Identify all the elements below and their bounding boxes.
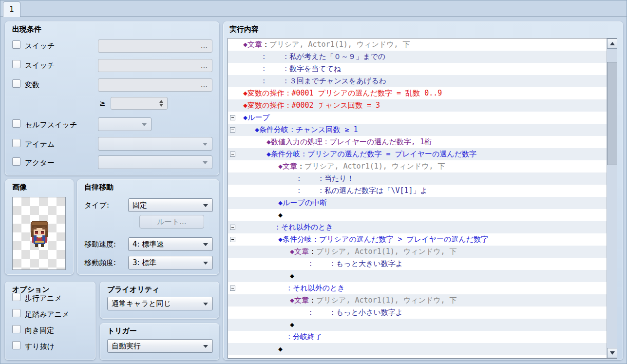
switch1-checkbox[interactable] <box>12 40 20 49</box>
event-command-row[interactable]: ◆変数の操作：#0002 チャンス回数 = 3 <box>228 99 607 112</box>
image-title: 画像 <box>12 183 27 192</box>
event-editor-dialog: 1 出現条件 スイッチ ... スイッチ ... 変数 ... ≥ セルフスイッ… <box>0 0 627 364</box>
movement-speed-dropdown[interactable]: 4: 標準速 <box>128 237 213 251</box>
command-text: ： ：数字を当ててね <box>260 64 341 73</box>
event-command-row[interactable]: ◆ループ <box>228 112 607 124</box>
movement-title: 自律移動 <box>84 183 114 192</box>
event-command-row[interactable]: ：それ以外のとき <box>228 221 607 233</box>
event-command-row[interactable]: ◆文章：プリシア, Actor1(1), ウィンドウ, 下 <box>228 294 607 307</box>
event-command-row[interactable]: ◆文章：プリシア, Actor1(1), ウィンドウ, 下 <box>228 38 607 51</box>
command-text: プリシア, Actor1(1), ウィンドウ, 下 <box>269 40 410 49</box>
event-command-row[interactable]: ：それ以外のとき <box>228 282 607 294</box>
scrollbar[interactable] <box>607 38 617 358</box>
collapse-box-icon[interactable] <box>230 237 235 242</box>
self-switch-dropdown[interactable] <box>98 117 152 131</box>
scrollbar-thumb[interactable] <box>607 62 617 165</box>
execution-title: 実行内容 <box>229 25 259 34</box>
collapse-box-icon[interactable] <box>230 225 235 230</box>
movement-type-label: タイプ: <box>84 201 109 210</box>
scroll-down-button[interactable] <box>607 348 617 358</box>
option-checkbox-0[interactable] <box>12 293 20 301</box>
item-checkbox[interactable] <box>12 139 20 147</box>
event-command-row[interactable]: ：分岐終了 <box>228 331 607 343</box>
event-command-row[interactable]: ： ：当たり！ <box>228 172 607 185</box>
event-command-row[interactable]: ◆条件分岐：プリシアの選んだ数字 = プレイヤーの選んだ数字 <box>228 148 607 160</box>
item-dropdown[interactable] <box>98 137 212 151</box>
option-checkbox-3[interactable] <box>12 341 20 349</box>
command-text: ◆ <box>290 320 294 329</box>
event-command-row[interactable] <box>228 355 607 359</box>
chevron-down-icon <box>203 345 208 348</box>
command-text: ： <box>309 247 316 256</box>
option-checkbox-1[interactable] <box>12 309 20 317</box>
command-text: ：それ以外のとき <box>274 223 333 231</box>
command-text: ◆ <box>290 271 294 280</box>
tab-page-1[interactable]: 1 <box>3 1 20 17</box>
event-command-row[interactable]: ： ：もっと小さい数字よ <box>228 307 607 319</box>
event-command-rows: ◆文章：プリシア, Actor1(1), ウィンドウ, 下： ：私が考えた「０～… <box>228 38 607 359</box>
arrow-down-icon <box>610 351 615 355</box>
switch1-browse[interactable]: ... <box>201 40 208 52</box>
self-switch-checkbox[interactable] <box>12 119 20 128</box>
priority-title: プライオリティ <box>107 285 159 294</box>
collapse-box-icon[interactable] <box>230 115 235 120</box>
command-text: ： <box>309 296 316 305</box>
actor-dropdown[interactable] <box>98 155 212 169</box>
switch2-checkbox[interactable] <box>12 60 20 68</box>
event-command-row[interactable]: ◆数値入力の処理：プレイヤーの選んだ数字, 1桁 <box>228 136 607 148</box>
event-command-row[interactable]: ◆条件分岐：プリシアの選んだ数字 > プレイヤーの選んだ数字 <box>228 233 607 246</box>
event-command-row[interactable]: ◆ <box>228 343 607 355</box>
movement-freq-label: 移動頻度: <box>84 259 116 267</box>
command-text: ◆ <box>278 211 283 219</box>
event-command-row[interactable]: ◆ループの中断 <box>228 197 607 209</box>
event-command-row[interactable]: ◆文章：プリシア, Actor1(1), ウィンドウ, 下 <box>228 160 607 172</box>
event-command-row[interactable]: ◆ <box>228 209 607 221</box>
switch2-field[interactable]: ... <box>98 59 212 72</box>
collapse-box-icon[interactable] <box>230 127 235 133</box>
movement-type-dropdown[interactable]: 固定 <box>128 198 213 212</box>
command-text: ： ：私の選んだ数字は「\V[1]」よ <box>295 186 428 195</box>
variable-checkbox[interactable] <box>12 79 20 88</box>
variable-browse[interactable]: ... <box>201 79 208 91</box>
actor-label: アクター <box>25 159 55 167</box>
variable-value-spinner[interactable] <box>111 97 168 110</box>
character-image-box[interactable] <box>12 197 66 270</box>
option-label-3: すり抜け <box>25 343 55 351</box>
event-command-row[interactable]: ： ：もっと大きい数字よ <box>228 258 607 270</box>
priority-panel: プライオリティ 通常キャラと同じ <box>100 282 219 319</box>
movement-freq-dropdown[interactable]: 3: 標準 <box>128 256 213 269</box>
event-command-row[interactable]: ： ：私の選んだ数字は「\V[1]」よ <box>228 185 607 197</box>
option-checkbox-2[interactable] <box>12 325 20 333</box>
event-command-row[interactable]: ◆ <box>228 319 607 331</box>
trigger-value: 自動実行 <box>112 342 141 350</box>
event-command-row[interactable]: ◆ <box>228 270 607 282</box>
event-command-list[interactable]: ◆文章：プリシア, Actor1(1), ウィンドウ, 下： ：私が考えた「０～… <box>228 38 617 359</box>
chevron-down-icon <box>203 243 208 246</box>
scroll-up-button[interactable] <box>607 38 617 49</box>
variable-field[interactable]: ... <box>98 78 212 92</box>
event-command-row[interactable]: ◆変数の操作：#0001 プリシアの選んだ数字 = 乱数 0..9 <box>228 87 607 99</box>
route-button[interactable]: ルート... <box>139 215 204 229</box>
option-label-2: 向き固定 <box>25 326 54 335</box>
event-command-row[interactable]: ： ：私が考えた「０～９」までの <box>228 51 607 63</box>
collapse-box-icon[interactable] <box>230 152 235 157</box>
trigger-panel: トリガー 自動実行 <box>100 323 219 360</box>
item-label: アイテム <box>25 140 55 149</box>
spinner-down-icon[interactable] <box>159 104 163 107</box>
switch1-field[interactable]: ... <box>98 39 212 53</box>
command-text: ◆文章 <box>243 40 262 49</box>
spinner-up-icon[interactable] <box>159 100 163 103</box>
collapse-box-icon[interactable] <box>230 286 235 291</box>
event-command-row[interactable]: ： ：３回までチャンスをあげるわ <box>228 75 607 87</box>
trigger-dropdown[interactable]: 自動実行 <box>107 339 213 353</box>
event-command-row[interactable]: ◆条件分岐：チャンス回数 ≥ 1 <box>228 124 607 136</box>
priority-dropdown[interactable]: 通常キャラと同じ <box>107 297 213 310</box>
event-command-row[interactable]: ◆文章：プリシア, Actor1(1), ウィンドウ, 下 <box>228 246 607 258</box>
command-text: プリシア, Actor1(1), ウィンドウ, 下 <box>316 296 457 305</box>
movement-type-value: 固定 <box>133 201 147 210</box>
actor-checkbox[interactable] <box>12 157 20 166</box>
gte-symbol: ≥ <box>99 99 106 108</box>
event-command-row[interactable]: ： ：数字を当ててね <box>228 63 607 75</box>
option-label-0: 歩行アニメ <box>25 294 62 303</box>
switch2-browse[interactable]: ... <box>201 59 208 72</box>
